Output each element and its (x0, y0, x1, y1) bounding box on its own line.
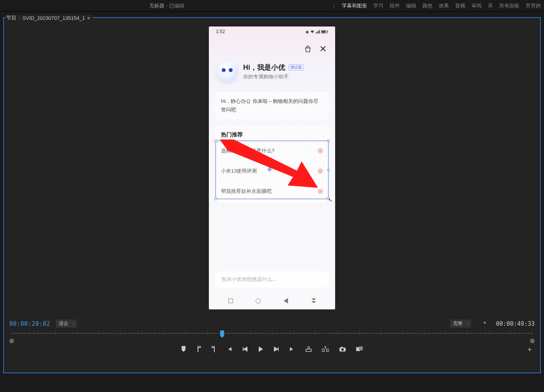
nav-recent-icon[interactable] (227, 297, 235, 305)
workspace-library[interactable]: 库 (488, 2, 493, 9)
eye-icon: ◉ (306, 30, 309, 34)
recommendations-title: 热门推荐 (221, 131, 323, 138)
anchor-point-icon[interactable]: ⊕ (267, 166, 272, 172)
program-monitor-panel: 节目: SVID_20230707_135154_1 ≡ 1:52 ◉ (3, 17, 541, 373)
workspace-review[interactable]: 审阅 (472, 2, 482, 9)
transport-controls: ＋ (4, 343, 540, 356)
svg-rect-8 (306, 349, 311, 351)
signal-icon (316, 30, 320, 34)
graphic-selection-box[interactable]: ⊕ ⤡ (215, 141, 329, 199)
mark-in-button[interactable] (196, 346, 201, 352)
close-icon[interactable] (320, 45, 327, 53)
resize-cursor-icon: ⤡ (328, 197, 332, 203)
resize-handle-nw[interactable] (214, 139, 217, 143)
go-to-in-button[interactable] (226, 346, 232, 352)
workspace-effects[interactable]: 效果 (439, 2, 449, 9)
comparison-view-button[interactable] (356, 346, 363, 352)
beta-badge: 测试版 (288, 64, 304, 71)
window-title-section: 无标题 - 已编辑 (0, 2, 334, 9)
workspace-audio[interactable]: 音频 (455, 2, 465, 9)
svg-rect-10 (327, 349, 329, 351)
panel-label: 节目 (6, 14, 16, 21)
playhead[interactable] (220, 330, 224, 336)
recommendations-card: 热门推荐 选购冰箱应该注意什么? › 小米13使用评测 › 帮我推荐款补水面膜吧… (214, 125, 330, 203)
battery-icon (321, 30, 328, 34)
workspace-learn[interactable]: 学习 (373, 2, 383, 9)
panel-header[interactable]: 节目: SVID_20230707_135154_1 ≡ (5, 14, 93, 21)
workspace-assembly[interactable]: 组件 (390, 2, 400, 9)
resolution-select[interactable]: 完整 (450, 320, 471, 328)
resize-handle-sw[interactable] (214, 197, 217, 200)
timeline-ruler[interactable] (9, 331, 535, 343)
zoom-fit-select[interactable]: 适合 (56, 320, 77, 328)
nav-back-icon[interactable] (282, 297, 290, 305)
workspace-custom[interactable]: 芳芳的 (526, 2, 541, 9)
button-editor-icon[interactable]: ＋ (526, 344, 533, 354)
workspace-color[interactable]: 颜色 (422, 2, 433, 9)
svg-rect-2 (318, 31, 319, 34)
android-navbar (209, 293, 335, 309)
panel-menu-icon[interactable]: ≡ (87, 17, 92, 19)
phone-statusbar: 1:52 ◉ (209, 26, 335, 34)
window-title: 无标题 (149, 2, 164, 9)
workspace-all-panels[interactable]: 所有面板 (499, 2, 519, 9)
phone-topbar (209, 34, 335, 57)
current-timecode[interactable]: 00:00:20:02 (9, 320, 50, 327)
lift-button[interactable] (306, 346, 312, 352)
svg-rect-3 (319, 30, 320, 34)
wifi-icon (310, 30, 314, 34)
svg-marker-7 (220, 139, 318, 188)
svg-rect-5 (322, 30, 326, 33)
go-to-out-button[interactable] (289, 346, 295, 352)
greeting-subtitle: 你的专属购物小助手 (243, 73, 304, 80)
chat-input-placeholder: 告诉小优你想挑选什么... (221, 276, 276, 282)
svg-rect-1 (317, 32, 318, 34)
resize-handle-ne[interactable] (327, 139, 330, 142)
greeting-row: Hi，我是小优 测试版 你的专属购物小助手 (209, 57, 335, 86)
top-menubar: 无标题 - 已编辑 字幕和图形 学习 组件 编辑 颜色 效果 音频 审阅 库 所… (0, 0, 544, 12)
phone-clock: 1:52 (216, 29, 225, 34)
total-duration: 00:00:49:33 (496, 320, 535, 327)
basket-icon[interactable] (304, 45, 312, 53)
workspace-captions-graphics[interactable]: 字幕和图形 (342, 2, 367, 9)
program-viewport[interactable]: 1:52 ◉ (4, 18, 540, 318)
workspace-tabs: 字幕和图形 学习 组件 编辑 颜色 效果 音频 审阅 库 所有面板 芳芳的 (334, 2, 544, 9)
chat-input[interactable]: 告诉小优你想挑选什么... (214, 271, 330, 288)
panel-project-name: SVID_20230707_135154_1 (23, 15, 85, 21)
workspace-edit[interactable]: 编辑 (406, 2, 416, 9)
step-back-button[interactable] (242, 346, 248, 352)
window-modified: 已编辑 (169, 2, 184, 9)
phone-mockup: 1:52 ◉ (209, 26, 335, 309)
bot-avatar (217, 61, 238, 82)
phone-status-icons: ◉ (306, 30, 328, 34)
red-arrow-graphic[interactable] (220, 139, 318, 191)
svg-rect-15 (359, 346, 363, 350)
add-marker-button[interactable] (181, 346, 186, 352)
mark-out-button[interactable] (211, 346, 216, 352)
nav-dropdown-icon[interactable] (310, 297, 318, 305)
svg-rect-0 (316, 32, 316, 34)
window-title-sep: - (166, 2, 168, 9)
svg-rect-9 (322, 349, 324, 351)
greeting-bubble-text: Hi，静心办公 你来啦～购物相关的问题你尽管问吧 (221, 98, 318, 113)
svg-point-12 (341, 348, 344, 351)
workspace-divider (334, 3, 334, 9)
play-button[interactable] (258, 346, 263, 352)
greeting-title: Hi，我是小优 (243, 63, 285, 72)
greeting-bubble: Hi，静心办公 你来啦～购物相关的问题你尽管问吧 (214, 91, 330, 120)
resize-handle-e[interactable] (327, 169, 330, 171)
export-frame-button[interactable] (339, 346, 346, 352)
extract-button[interactable] (322, 346, 329, 352)
nav-home-icon[interactable] (254, 297, 262, 305)
step-forward-button[interactable] (274, 346, 279, 352)
settings-wrench-icon[interactable] (480, 321, 487, 327)
time-controls-row: 00:00:20:02 适合 完整 00:00:49:33 (4, 318, 540, 329)
svg-rect-6 (327, 31, 328, 32)
svg-rect-13 (341, 347, 343, 348)
